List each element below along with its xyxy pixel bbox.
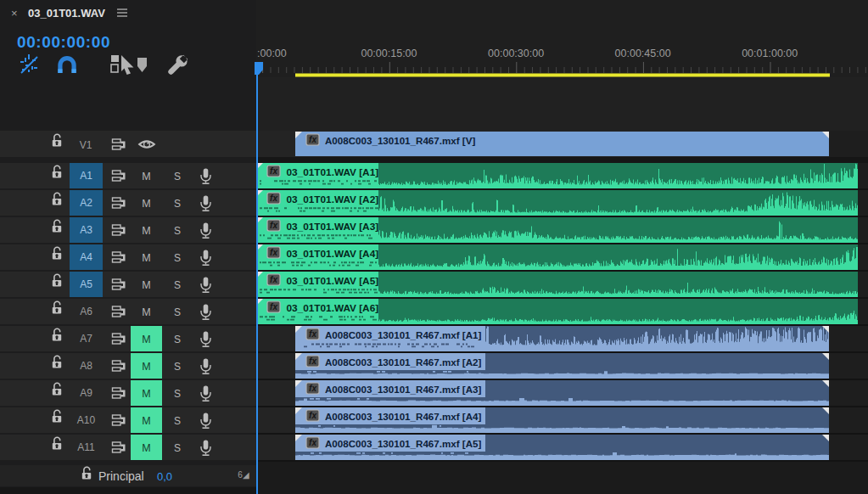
svg-text:A008C003_130101_R467.mxf [A3]: A008C003_130101_R467.mxf [A3] [325,384,481,395]
svg-text:A10: A10 [77,414,96,426]
svg-text:S: S [174,225,181,237]
svg-text:A1: A1 [80,170,92,182]
svg-text:03_01T01.WAV [A2]: 03_01T01.WAV [A2] [287,194,379,205]
svg-text:03_01T01.WAV [A6]: 03_01T01.WAV [A6] [287,302,379,314]
svg-text:A8: A8 [80,360,92,372]
svg-text:M: M [142,252,150,264]
svg-text:V1: V1 [80,139,92,151]
svg-text:M: M [142,334,150,345]
svg-text:A11: A11 [77,441,95,453]
svg-text:fx: fx [270,302,277,312]
svg-text:fx: fx [309,135,316,144]
svg-text:A3: A3 [80,224,92,236]
svg-text:M: M [142,198,150,210]
svg-text:S: S [174,252,181,264]
svg-text:fx: fx [309,384,316,393]
svg-text:S: S [174,415,181,427]
svg-text:A008C003_130101_R467.mxf [A2]: A008C003_130101_R467.mxf [A2] [325,356,481,368]
svg-text:A5: A5 [80,278,92,290]
svg-text:A7: A7 [80,333,92,345]
svg-text:×: × [11,7,18,20]
svg-text:00:00:15:00: 00:00:15:00 [361,48,417,59]
svg-text:A008C003_130101_R467.mxf [A4]: A008C003_130101_R467.mxf [A4] [325,411,481,422]
svg-text:A6: A6 [80,306,92,317]
svg-text:M: M [142,361,150,373]
svg-text:A4: A4 [80,251,92,263]
svg-text:fx: fx [270,194,277,203]
svg-text:M: M [142,171,150,182]
svg-text:fx: fx [270,221,277,230]
svg-text:A008C003_130101_R467.mxf [A5]: A008C003_130101_R467.mxf [A5] [325,438,481,449]
svg-text:fx: fx [270,275,277,284]
svg-text:S: S [174,334,181,345]
svg-text:M: M [142,279,150,291]
svg-text:0,0: 0,0 [157,470,172,483]
svg-text::00:00: :00:00 [257,48,287,59]
svg-text:00:00:00:00: 00:00:00:00 [17,33,110,51]
svg-text:Principal: Principal [98,469,144,483]
svg-text:S: S [174,171,181,182]
svg-text:M: M [142,442,150,454]
svg-text:M: M [142,306,150,318]
svg-text:00:01:00:00: 00:01:00:00 [742,48,798,59]
svg-text:fx: fx [309,411,316,420]
svg-text:03_01T01.WAV [A4]: 03_01T01.WAV [A4] [287,248,379,260]
svg-text:S: S [174,388,181,400]
svg-text:M: M [142,415,150,427]
svg-text:fx: fx [309,329,316,339]
svg-text:03_01T01.WAV [A5]: 03_01T01.WAV [A5] [287,275,379,287]
svg-text:A008C003_130101_R467.mxf [V]: A008C003_130101_R467.mxf [V] [325,135,475,146]
svg-text:00:00:30:00: 00:00:30:00 [488,48,544,59]
svg-text:A008C003_130101_R467.mxf [A1]: A008C003_130101_R467.mxf [A1] [325,329,481,340]
svg-text:S: S [174,306,181,318]
svg-text:S: S [174,279,181,291]
svg-text:S: S [174,442,181,454]
svg-text:fx: fx [270,166,277,176]
svg-text:M: M [142,225,150,237]
svg-text:fx: fx [309,356,316,366]
svg-text:6◢: 6◢ [238,470,249,480]
svg-text:fx: fx [270,248,277,257]
svg-text:fx: fx [309,438,316,447]
svg-text:A9: A9 [80,387,92,399]
svg-text:S: S [174,361,181,373]
svg-text:A2: A2 [80,197,92,209]
svg-text:M: M [142,388,150,400]
svg-text:S: S [174,198,181,210]
svg-text:03_01T01.WAV [A3]: 03_01T01.WAV [A3] [287,221,379,233]
svg-text:03_01T01.WAV [A1]: 03_01T01.WAV [A1] [287,166,379,178]
svg-text:00:00:45:00: 00:00:45:00 [615,48,671,59]
svg-text:03_01T01.WAV: 03_01T01.WAV [28,7,105,20]
